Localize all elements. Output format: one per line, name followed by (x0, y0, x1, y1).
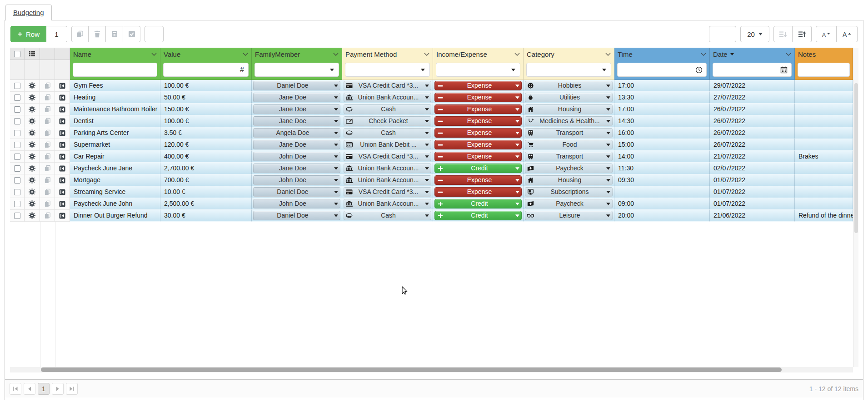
name-cell[interactable]: Car Repair (70, 151, 160, 163)
filter-input-time[interactable] (620, 63, 694, 76)
current-page-button[interactable]: 1 (38, 383, 50, 395)
value-cell[interactable]: 120.00 € (160, 139, 252, 151)
payment-method-dropdown[interactable]: Cash (344, 128, 431, 138)
row-copy-button[interactable] (40, 151, 55, 163)
payment-method-dropdown[interactable]: Union Bank Accoun... (344, 164, 431, 173)
date-cell[interactable]: 02/07/2022 (710, 163, 795, 174)
value-cell[interactable]: 3.50 € (160, 127, 252, 139)
column-header-time[interactable]: Time (614, 48, 710, 60)
delete-rows-button[interactable] (89, 26, 106, 42)
time-cell[interactable]: 14:00 (614, 151, 710, 163)
row-count-input[interactable]: 1 (46, 26, 67, 42)
row-share-button[interactable] (55, 151, 70, 163)
row-copy-button[interactable] (40, 115, 55, 127)
value-cell[interactable]: 700.00 € (160, 174, 252, 186)
payment-method-dropdown[interactable]: Union Bank Accoun... (344, 175, 431, 185)
select-all-checkbox[interactable] (14, 51, 20, 57)
income-expense-dropdown[interactable]: Expense (434, 140, 522, 149)
row-settings-button[interactable] (25, 104, 40, 115)
row-checkbox[interactable] (14, 189, 20, 195)
column-header-notes[interactable]: Notes (795, 48, 853, 60)
category-dropdown[interactable]: Housing (525, 104, 613, 114)
font-decrease-button[interactable]: A (816, 26, 837, 42)
filter-input-date[interactable] (716, 63, 779, 76)
payment-method-dropdown[interactable]: VSA Credit Card *3... (344, 152, 431, 161)
time-cell[interactable]: 15:00 (614, 139, 710, 151)
row-settings-button[interactable] (25, 151, 40, 163)
family-member-dropdown[interactable]: Daniel Doe (253, 211, 340, 220)
row-settings-button[interactable] (25, 127, 40, 139)
date-cell[interactable]: 21/07/2022 (710, 151, 795, 163)
family-member-dropdown[interactable]: John Doe (253, 152, 340, 161)
income-expense-dropdown[interactable]: Expense (434, 152, 522, 161)
income-expense-dropdown[interactable]: Expense (434, 175, 522, 185)
row-menu-header[interactable] (25, 48, 40, 60)
payment-method-dropdown[interactable]: VSA Credit Card *3... (344, 187, 431, 197)
search-columns-button[interactable] (709, 26, 736, 42)
first-page-button[interactable] (10, 383, 21, 395)
row-copy-button[interactable] (40, 198, 55, 210)
row-copy-button[interactable] (40, 92, 55, 104)
column-header-date[interactable]: Date (710, 48, 795, 60)
row-share-button[interactable] (55, 198, 70, 210)
category-dropdown[interactable]: Medicines & Health... (525, 116, 613, 126)
column-header-value[interactable]: Value (160, 48, 252, 60)
row-share-button[interactable] (55, 163, 70, 174)
row-copy-button[interactable] (40, 80, 55, 92)
row-checkbox[interactable] (14, 142, 20, 148)
name-cell[interactable]: Supermarket (70, 139, 160, 151)
row-checkbox[interactable] (14, 118, 20, 124)
column-header-name[interactable]: Name (70, 48, 160, 60)
date-cell[interactable]: 27/07/2022 (710, 92, 795, 104)
notes-cell[interactable] (795, 92, 853, 104)
filter-button[interactable] (145, 26, 164, 42)
column-header-payment_method[interactable]: Payment Method (342, 48, 433, 60)
value-cell[interactable]: 30.00 € (160, 210, 252, 222)
row-copy-button[interactable] (40, 127, 55, 139)
font-increase-button[interactable]: A (837, 26, 858, 42)
payment-method-dropdown[interactable]: Union Bank Debit ... (344, 140, 431, 149)
notes-cell[interactable] (795, 186, 853, 198)
row-checkbox[interactable] (14, 177, 20, 184)
value-cell[interactable]: 2,700.00 € (160, 163, 252, 174)
copy-rows-button[interactable] (71, 26, 89, 42)
name-cell[interactable]: Heating (70, 92, 160, 104)
family-member-dropdown[interactable]: John Doe (253, 199, 340, 208)
row-checkbox[interactable] (14, 130, 20, 136)
income-expense-dropdown[interactable]: Expense (434, 128, 522, 138)
family-member-dropdown[interactable]: John Doe (253, 175, 340, 185)
row-checkbox[interactable] (14, 154, 20, 160)
category-dropdown[interactable]: Paycheck (525, 164, 613, 173)
filter-input-type[interactable] (439, 63, 509, 76)
name-cell[interactable]: Maintenance Bathroom Boiler (70, 104, 160, 115)
value-cell[interactable]: 100.00 € (160, 80, 252, 92)
category-dropdown[interactable]: Hobbies (525, 81, 613, 90)
date-cell[interactable]: 21/06/2022 (710, 210, 795, 222)
row-share-button[interactable] (55, 127, 70, 139)
row-copy-button[interactable] (40, 210, 55, 222)
previous-page-button[interactable] (24, 383, 35, 395)
value-cell[interactable]: 150.00 € (160, 104, 252, 115)
payment-method-dropdown[interactable]: Union Bank Accoun... (344, 199, 431, 208)
payment-method-dropdown[interactable]: Cash (344, 104, 431, 114)
filter-input-value[interactable] (166, 63, 239, 76)
horizontal-scrollbar[interactable] (10, 367, 853, 372)
family-member-dropdown[interactable]: Daniel Doe (253, 187, 340, 197)
row-checkbox[interactable] (14, 213, 20, 219)
family-member-dropdown[interactable]: Jane Doe (253, 164, 340, 173)
time-cell[interactable]: 09:30 (614, 174, 710, 186)
time-cell[interactable]: 17:00 (614, 104, 710, 115)
income-expense-dropdown[interactable]: Credit (434, 199, 522, 208)
family-member-dropdown[interactable]: Jane Doe (253, 93, 340, 102)
name-cell[interactable]: Dentist (70, 115, 160, 127)
row-checkbox[interactable] (14, 106, 20, 113)
category-dropdown[interactable]: Food (525, 140, 613, 149)
notes-cell[interactable] (795, 127, 853, 139)
row-settings-button[interactable] (25, 174, 40, 186)
tab-budgeting[interactable]: Budgeting (5, 5, 52, 20)
row-settings-button[interactable] (25, 210, 40, 222)
family-member-dropdown[interactable]: Jane Doe (253, 104, 340, 114)
row-settings-button[interactable] (25, 163, 40, 174)
family-member-dropdown[interactable]: Jane Doe (253, 116, 340, 126)
notes-cell[interactable]: Brakes (795, 151, 853, 163)
